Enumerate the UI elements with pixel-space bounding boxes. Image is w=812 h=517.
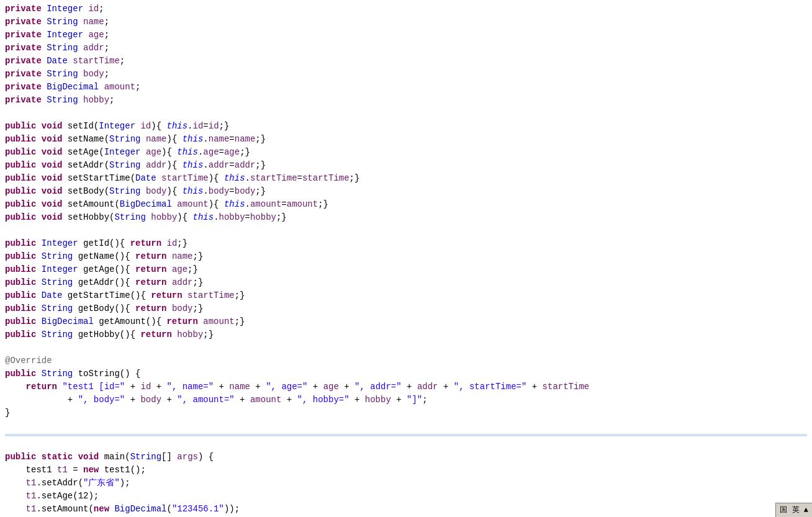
blank-4	[5, 420, 807, 433]
line-getstarttime: public Date getStartTime(){ return start…	[5, 289, 807, 302]
blank-1	[5, 107, 807, 120]
line-main-setamount: t1.setAmount(new BigDecimal("123456.1"))…	[5, 503, 807, 516]
line-field-body: private String body;	[5, 68, 807, 81]
line-main-sig: public static void main(String[] args) {	[5, 451, 807, 464]
blank-2	[5, 224, 807, 237]
input-method-label: 国 英 ▲	[780, 506, 808, 515]
line-field-name: private String name;	[5, 16, 807, 29]
blank-5	[5, 438, 807, 451]
line-setamount: public void setAmount(BigDecimal amount)…	[5, 198, 807, 211]
line-main-setage: t1.setAge(12);	[5, 490, 807, 503]
line-main-t1: test1 t1 = new test1();	[5, 464, 807, 477]
line-sethobby: public void setHobby(String hobby){ this…	[5, 211, 807, 224]
line-setname: public void setName(String name){ this.n…	[5, 133, 807, 146]
line-getbody: public String getBody(){ return body;}	[5, 302, 807, 315]
line-field-id: private Integer id;	[5, 2, 807, 16]
line-setbody: public void setBody(String body){ this.b…	[5, 185, 807, 198]
line-setaddr: public void setAddr(String addr){ this.a…	[5, 159, 807, 172]
line-field-amount: private BigDecimal amount;	[5, 81, 807, 94]
line-field-starttime: private Date startTime;	[5, 55, 807, 68]
line-tostring-close: }	[5, 407, 807, 420]
line-tostring-sig: public String toString() {	[5, 367, 807, 380]
bottom-status-bar: 国 英 ▲	[775, 503, 812, 517]
line-setstarttime: public void setStartTime(Date startTime)…	[5, 172, 807, 185]
line-field-age: private Integer age;	[5, 29, 807, 42]
line-getamount: public BigDecimal getAmount(){ return am…	[5, 315, 807, 328]
line-getaddr: public String getAddr(){ return addr;}	[5, 276, 807, 289]
separator	[5, 434, 807, 436]
line-field-addr: private String addr;	[5, 42, 807, 55]
line-field-hobby: private String hobby;	[5, 94, 807, 107]
line-setage: public void setAge(Integer age){ this.ag…	[5, 146, 807, 159]
line-tostring-cont: + ", body=" + body + ", amount=" + amoun…	[5, 393, 807, 407]
line-tostring-return: return "test1 [id=" + id + ", name=" + n…	[5, 380, 807, 393]
line-setid: public void setId(Integer id){ this.id=i…	[5, 120, 807, 133]
line-override: @Override	[5, 354, 807, 367]
code-editor: private Integer id; private String name;…	[0, 0, 812, 517]
line-main-setaddr: t1.setAddr("广东省");	[5, 477, 807, 490]
blank-3	[5, 341, 807, 354]
line-getname: public String getName(){ return name;}	[5, 250, 807, 263]
line-gethobby: public String getHobby(){ return hobby;}	[5, 328, 807, 341]
line-getage: public Integer getAge(){ return age;}	[5, 263, 807, 276]
line-getid: public Integer getId(){ return id;}	[5, 237, 807, 250]
